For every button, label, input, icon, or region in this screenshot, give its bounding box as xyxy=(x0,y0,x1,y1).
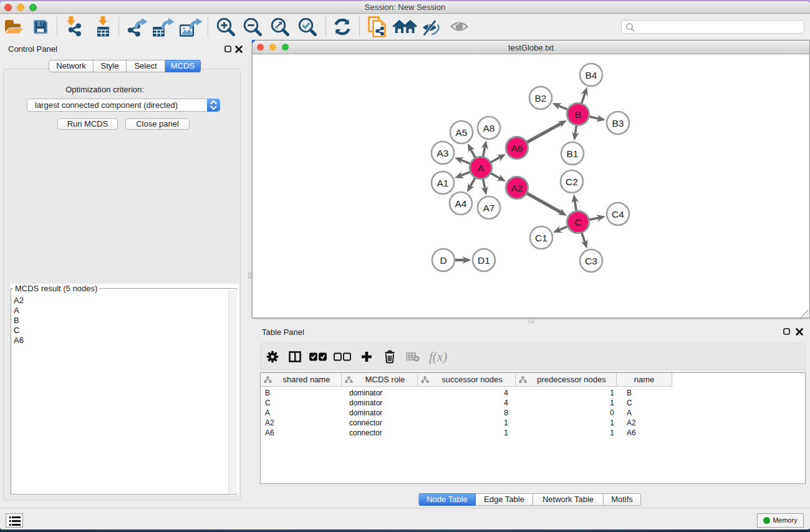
svg-text:B2: B2 xyxy=(535,93,547,104)
svg-text:A7: A7 xyxy=(483,203,495,213)
svg-text:A8: A8 xyxy=(483,123,495,133)
svg-text:B4: B4 xyxy=(586,70,597,80)
svg-text:A3: A3 xyxy=(437,148,449,158)
svg-text:C: C xyxy=(574,217,581,228)
svg-text:A: A xyxy=(478,163,485,173)
svg-text:A2: A2 xyxy=(511,183,523,193)
svg-text:A6: A6 xyxy=(511,143,523,153)
svg-text:B1: B1 xyxy=(567,148,579,159)
svg-text:C3: C3 xyxy=(585,256,597,266)
svg-text:C2: C2 xyxy=(566,177,578,187)
svg-text:B: B xyxy=(575,109,581,120)
svg-text:C4: C4 xyxy=(612,209,624,220)
svg-text:B3: B3 xyxy=(612,118,624,128)
svg-text:A5: A5 xyxy=(456,127,468,138)
svg-text:D: D xyxy=(440,255,446,266)
svg-text:C1: C1 xyxy=(535,233,547,243)
svg-text:A1: A1 xyxy=(437,178,449,188)
svg-text:D1: D1 xyxy=(478,255,490,266)
svg-text:A4: A4 xyxy=(455,198,467,209)
